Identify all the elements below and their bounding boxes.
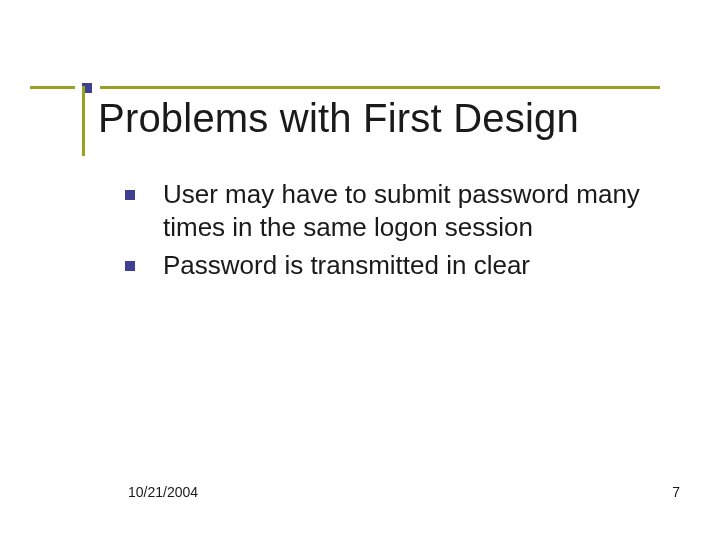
bullet-item: User may have to submit password many ti… [125, 178, 655, 243]
footer-page-number: 7 [672, 484, 680, 500]
rule-segment-left [30, 86, 75, 89]
bullet-text: Password is transmitted in clear [163, 250, 530, 280]
title-rule [30, 78, 680, 96]
rule-segment-right [100, 86, 660, 89]
bullet-text: User may have to submit password many ti… [163, 179, 640, 242]
bullet-item: Password is transmitted in clear [125, 249, 655, 282]
slide-body: User may have to submit password many ti… [125, 178, 655, 288]
square-bullet-icon [125, 190, 135, 200]
slide: Problems with First Design User may have… [0, 0, 720, 540]
footer-date: 10/21/2004 [128, 484, 198, 500]
slide-title: Problems with First Design [98, 96, 579, 141]
rule-vertical-accent [82, 86, 85, 156]
square-bullet-icon [125, 261, 135, 271]
